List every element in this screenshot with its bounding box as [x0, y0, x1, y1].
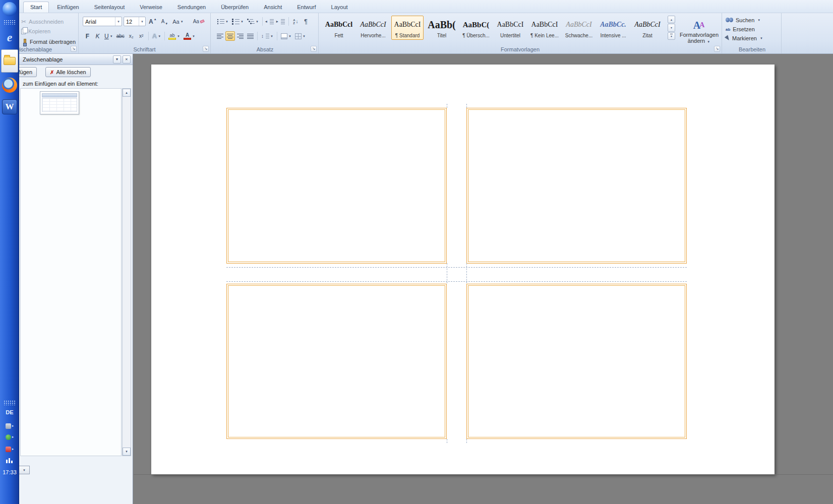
chevron-down-icon[interactable]: ▼: [288, 35, 291, 38]
pane-scroll-down-button[interactable]: ▼: [123, 448, 131, 456]
shading-button[interactable]: ▼: [279, 31, 293, 41]
launcher-orb-icon[interactable]: [0, 1, 19, 17]
multilevel-list-button[interactable]: ▼: [246, 17, 260, 26]
style-name: Untertitel: [500, 32, 520, 39]
pane-bottom-dropdown[interactable]: ▼: [19, 466, 30, 474]
firefox-icon[interactable]: [0, 77, 19, 94]
chevron-down-icon[interactable]: ▼: [110, 35, 113, 38]
superscript-button[interactable]: x²: [137, 31, 146, 41]
pane-scrollbar[interactable]: ▲ ▼: [122, 88, 131, 456]
change-case-button[interactable]: Aa▼: [171, 17, 185, 26]
italic-button[interactable]: K: [93, 31, 102, 41]
align-center-button[interactable]: [225, 31, 235, 41]
subscript-button[interactable]: x₂: [127, 31, 136, 41]
show-formatting-marks-button[interactable]: ¶: [301, 17, 311, 26]
pane-scroll-up-button[interactable]: ▲: [123, 89, 131, 97]
style-item-standard[interactable]: AaBbCcI¶ Standard: [391, 16, 424, 40]
activity-chart-icon[interactable]: [0, 457, 19, 464]
chevron-down-icon[interactable]: ▼: [270, 35, 273, 38]
decrease-indent-button[interactable]: ◂: [265, 17, 275, 26]
shrink-font-button[interactable]: A▼: [160, 17, 170, 26]
bullets-button[interactable]: ▼: [215, 17, 230, 26]
chevron-down-icon[interactable]: ▼: [256, 20, 259, 23]
dialog-launcher-font[interactable]: ↘: [203, 46, 209, 52]
justify-button[interactable]: [246, 31, 255, 41]
chevron-down-icon[interactable]: ▼: [303, 35, 306, 38]
grow-font-button[interactable]: A▲: [147, 17, 158, 26]
find-button[interactable]: Suchen ▼: [726, 16, 760, 24]
line-spacing-button[interactable]: ↕▼: [260, 31, 275, 41]
taskbar-grip[interactable]: [0, 19, 19, 25]
tab-sendungen[interactable]: Sendungen: [170, 2, 213, 13]
align-left-button[interactable]: [215, 31, 225, 41]
style-item-intensive-hervorhebung[interactable]: AaBbCc.Intensive ...: [597, 16, 629, 40]
text-effects-button[interactable]: A▼: [151, 31, 162, 41]
sort-button[interactable]: AZ↓: [291, 17, 301, 26]
chevron-down-icon[interactable]: ▼: [139, 17, 145, 26]
language-indicator[interactable]: DE: [0, 408, 19, 416]
tab-ansicht[interactable]: Ansicht: [257, 2, 289, 13]
tab-ueberpruefen[interactable]: Überprüfen: [214, 2, 256, 13]
underline-button[interactable]: U▼: [103, 31, 114, 41]
taskbar-grip[interactable]: [0, 400, 19, 406]
tab-layout[interactable]: Layout: [324, 2, 355, 13]
chevron-down-icon[interactable]: ▼: [241, 20, 244, 23]
tray-icon-1[interactable]: ▸: [0, 422, 19, 429]
dialog-launcher-clipboard[interactable]: ↘: [71, 46, 77, 52]
bold-button[interactable]: F: [83, 31, 92, 41]
label-cell-bottom-right[interactable]: [466, 284, 687, 439]
document-page[interactable]: [151, 65, 775, 474]
tab-verweise[interactable]: Verweise: [133, 2, 169, 13]
style-item-titel[interactable]: AaBb(Titel: [426, 16, 458, 40]
strikethrough-button[interactable]: abc: [115, 31, 126, 41]
style-preview: AaBbCcl: [325, 17, 352, 32]
word-app-icon[interactable]: W: [0, 98, 19, 116]
borders-button[interactable]: ▼: [293, 31, 307, 41]
label-cell-top-left[interactable]: [226, 108, 447, 264]
style-item-schwache-hervorhebung[interactable]: AaBbCcISchwache...: [563, 16, 595, 40]
tab-einfuegen[interactable]: Einfügen: [50, 2, 86, 13]
explorer-folder-button[interactable]: [0, 48, 19, 74]
chevron-down-icon[interactable]: ▼: [115, 17, 122, 26]
numbering-button[interactable]: ▼: [230, 17, 245, 26]
clear-all-button[interactable]: ✗Alle löschen: [45, 67, 91, 77]
style-item-hervorhebung[interactable]: AaBbCcIHervorhe...: [357, 16, 389, 40]
highlight-color-button[interactable]: ab ▼: [167, 31, 182, 41]
style-item-kein-leerraum[interactable]: AaBbCcI¶ Kein Lee...: [528, 16, 561, 40]
change-styles-button[interactable]: AA Formatvorlagen ändern ▼: [678, 15, 720, 49]
increase-indent-button[interactable]: ▸: [276, 17, 286, 26]
dialog-launcher-paragraph[interactable]: ↘: [311, 46, 317, 52]
internet-explorer-icon[interactable]: e: [0, 29, 19, 45]
font-color-button[interactable]: A ▼: [182, 31, 197, 41]
gallery-expand-button[interactable]: ▼: [668, 32, 675, 40]
dialog-launcher-styles[interactable]: ↘: [714, 46, 720, 52]
gallery-scroll-down-button[interactable]: ▼: [668, 24, 675, 31]
style-item-ueberschrift[interactable]: AaBbC(¶ Übersch...: [460, 16, 492, 40]
format-painter-button[interactable]: Format übertragen: [21, 37, 76, 46]
cut-button[interactable]: ✂ Ausschneiden: [21, 17, 64, 26]
replace-button[interactable]: ab Ersetzen: [726, 25, 755, 33]
chevron-down-icon[interactable]: ▼: [225, 20, 228, 23]
pane-menu-button[interactable]: ▼: [113, 55, 121, 64]
copy-button[interactable]: Kopieren: [21, 27, 50, 36]
tab-seitenlayout[interactable]: Seitenlayout: [87, 2, 132, 13]
style-item-untertitel[interactable]: AaBbCcIUntertitel: [494, 16, 526, 40]
label-cell-bottom-left[interactable]: [226, 284, 447, 439]
select-button[interactable]: Markieren ▼: [726, 34, 763, 42]
tab-start[interactable]: Start: [23, 2, 49, 13]
style-item-fett[interactable]: AaBbCclFett: [323, 16, 355, 40]
style-item-zitat[interactable]: AaBbCcIZitat: [631, 16, 664, 40]
pane-close-button[interactable]: ✕: [123, 55, 131, 64]
font-family-combo[interactable]: Arial ▼: [83, 17, 122, 26]
tray-icon-3[interactable]: ▸: [0, 446, 19, 453]
gallery-scroll-up-button[interactable]: ▲: [668, 16, 675, 23]
clipboard-item-thumbnail[interactable]: [40, 91, 79, 114]
chevron-down-icon[interactable]: ▼: [192, 35, 195, 38]
tray-icon-2[interactable]: ▸: [0, 433, 19, 440]
tab-entwurf[interactable]: Entwurf: [290, 2, 323, 13]
font-size-combo[interactable]: 12 ▼: [124, 17, 146, 26]
clear-formatting-button[interactable]: Aa: [192, 17, 206, 26]
label-cell-top-right[interactable]: [466, 108, 687, 264]
chevron-down-icon[interactable]: ▼: [177, 35, 180, 38]
align-right-button[interactable]: [235, 31, 245, 41]
